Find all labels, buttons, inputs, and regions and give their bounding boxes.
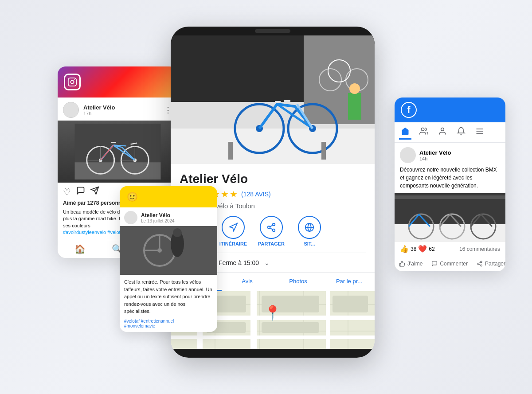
svg-rect-0 bbox=[68, 78, 76, 86]
tab-par-le-proprietaire[interactable]: Par le pr... bbox=[324, 273, 375, 291]
svg-rect-31 bbox=[171, 124, 375, 164]
facebook-header: f bbox=[395, 98, 505, 122]
fb-like-button[interactable]: J'aime bbox=[395, 258, 427, 269]
actu-card: 🙂 Atelier Vélo Le 13 juillet 2024 Actu C… bbox=[120, 186, 217, 332]
website-icon bbox=[298, 216, 321, 239]
svg-rect-45 bbox=[321, 142, 326, 160]
svg-line-51 bbox=[270, 225, 273, 227]
map-pin-icon: 📍 bbox=[264, 304, 282, 321]
ig-time: 17h bbox=[83, 111, 160, 116]
like-reaction-icon: 👍 bbox=[400, 245, 409, 253]
svg-line-88 bbox=[479, 262, 481, 263]
google-business-name: Atelier Vélo bbox=[180, 172, 366, 186]
fb-post-image bbox=[395, 193, 505, 242]
phone-notch bbox=[255, 29, 290, 33]
svg-line-87 bbox=[479, 264, 481, 265]
actu-header: 🙂 bbox=[120, 186, 217, 207]
phone-bottom-bar bbox=[171, 349, 375, 358]
love-count: 62 bbox=[429, 246, 434, 252]
fb-notifications-nav-icon[interactable] bbox=[455, 125, 467, 140]
avatar bbox=[63, 102, 79, 118]
svg-rect-44 bbox=[228, 142, 233, 160]
chevron-down-icon[interactable]: ⌄ bbox=[264, 259, 270, 266]
actu-user-info: Atelier Vélo Le 13 juillet 2024 bbox=[141, 212, 175, 223]
directions-label: ITINÉRAIRE bbox=[219, 241, 247, 246]
comment-icon[interactable] bbox=[76, 186, 85, 197]
like-icon[interactable]: ♡ bbox=[63, 187, 71, 197]
phone-top-bar bbox=[171, 27, 375, 35]
svg-rect-72 bbox=[332, 296, 368, 312]
fb-user-info: Atelier Vélo 14h bbox=[419, 149, 451, 161]
website-button[interactable]: SIT... bbox=[294, 216, 325, 246]
fb-comment-label: Commenter bbox=[440, 261, 468, 267]
directions-icon bbox=[222, 216, 245, 239]
actu-logo-icon: 🙂 bbox=[125, 190, 139, 204]
facebook-nav bbox=[395, 122, 505, 143]
svg-point-86 bbox=[481, 265, 482, 266]
fb-post-header: Atelier Vélo 14h bbox=[395, 143, 505, 166]
ig-username: Atelier Vélo bbox=[83, 104, 160, 111]
fb-home-nav-icon[interactable] bbox=[399, 125, 411, 140]
hashtag1[interactable]: #avoirdustyleenvelo bbox=[63, 230, 106, 235]
instagram-post-header: Atelier Vélo 17h ⋮ bbox=[58, 98, 177, 121]
svg-point-49 bbox=[273, 229, 275, 232]
actu-hashtags: #velotaf #entretienannuel #monvelomavie bbox=[120, 319, 217, 332]
fb-menu-nav-icon[interactable] bbox=[473, 125, 486, 140]
share-button[interactable]: PARTAGER bbox=[256, 216, 287, 246]
svg-point-73 bbox=[421, 128, 424, 131]
fb-like-label: J'aime bbox=[407, 261, 422, 267]
tab-photos[interactable]: Photos bbox=[273, 273, 324, 291]
like-count: 38 bbox=[411, 246, 416, 252]
svg-rect-33 bbox=[304, 35, 375, 124]
website-label: SIT... bbox=[304, 241, 315, 246]
actu-post-header: Atelier Vélo Le 13 juillet 2024 bbox=[120, 207, 217, 226]
facebook-card: f Atelier Vélo 14h Découvrez notre nouve… bbox=[395, 98, 505, 271]
google-review-count[interactable]: (128 AVIS) bbox=[241, 191, 271, 198]
facebook-logo-icon: f bbox=[401, 102, 417, 118]
fb-share-button[interactable]: Partager bbox=[472, 258, 505, 269]
actu-caption: C'est la rentrée. Pour tous les vélos ta… bbox=[120, 275, 217, 319]
actu-hashtag3[interactable]: #monvelomavie bbox=[124, 324, 155, 328]
love-reaction-icon: ❤️ bbox=[418, 245, 427, 253]
fb-reactions-row: 👍 38 ❤️ 62 16 commentaires bbox=[395, 242, 505, 256]
actu-hashtag1[interactable]: #velotaf bbox=[124, 319, 141, 324]
svg-rect-23 bbox=[120, 226, 217, 275]
svg-point-84 bbox=[481, 261, 482, 263]
tab-avis[interactable]: Avis bbox=[222, 273, 273, 291]
svg-point-47 bbox=[273, 223, 275, 226]
actu-hashtag2[interactable]: #entretienannuel bbox=[141, 319, 174, 324]
svg-line-50 bbox=[270, 228, 273, 230]
svg-rect-66 bbox=[171, 335, 375, 339]
actu-date: Le 13 juillet 2024 bbox=[141, 218, 175, 223]
svg-point-29 bbox=[173, 228, 182, 237]
actu-avatar bbox=[124, 211, 137, 224]
share-label: PARTAGER bbox=[258, 241, 285, 246]
fb-profile-nav-icon[interactable] bbox=[436, 125, 449, 140]
home-nav-icon[interactable]: 🏠 bbox=[74, 244, 86, 254]
fb-friends-nav-icon[interactable] bbox=[418, 125, 430, 140]
instagram-post-image bbox=[58, 121, 177, 183]
directions-button[interactable]: ITINÉRAIRE bbox=[218, 216, 249, 246]
fb-comment-button[interactable]: Commenter bbox=[427, 258, 472, 269]
instagram-logo-icon bbox=[64, 74, 81, 90]
share-icon bbox=[260, 216, 283, 239]
star-4: ★ bbox=[221, 189, 229, 199]
svg-rect-71 bbox=[262, 322, 319, 333]
fb-post-caption: Découvrez notre nouvelle collection BMX … bbox=[395, 166, 505, 193]
svg-point-74 bbox=[441, 128, 444, 131]
svg-point-85 bbox=[477, 263, 479, 265]
svg-rect-67 bbox=[326, 291, 330, 349]
fb-share-label: Partager bbox=[485, 261, 505, 267]
share-icon[interactable] bbox=[90, 186, 99, 197]
fb-comments-count[interactable]: 16 commentaires bbox=[459, 246, 500, 252]
google-hero-image bbox=[171, 35, 375, 164]
fb-time: 14h bbox=[419, 156, 451, 161]
fb-avatar bbox=[400, 147, 416, 163]
actu-username: Atelier Vélo bbox=[141, 212, 175, 218]
svg-point-48 bbox=[268, 226, 270, 229]
svg-rect-65 bbox=[250, 291, 257, 349]
user-info: Atelier Vélo 17h bbox=[83, 104, 160, 116]
close-time: Ferme à 15:00 bbox=[219, 259, 259, 266]
star-5: ★ bbox=[230, 189, 238, 199]
svg-rect-83 bbox=[395, 195, 505, 199]
